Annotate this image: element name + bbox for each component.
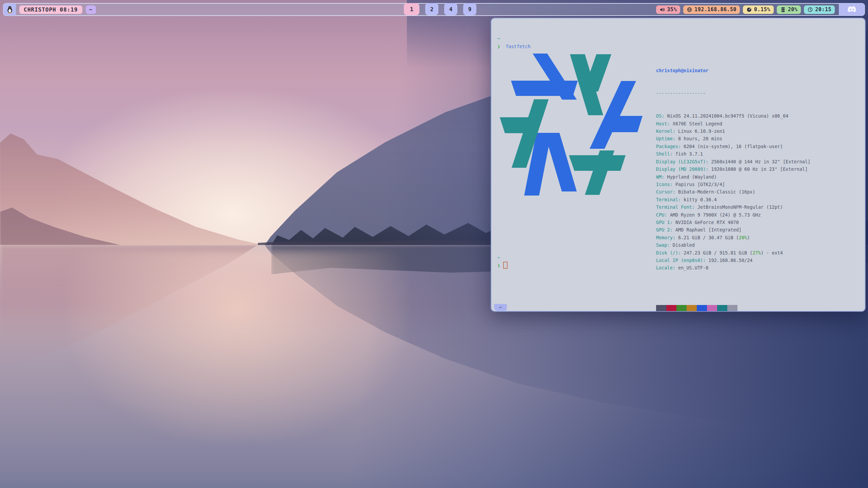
fastfetch-entry: Host: X670E Steel Legend xyxy=(656,120,810,127)
workspace-button-2[interactable]: 2 xyxy=(425,3,438,15)
fastfetch-entry: Memory: 6.21 GiB / 30.47 GiB (20%) xyxy=(656,234,810,241)
workspace-button-9[interactable]: 9 xyxy=(463,3,476,15)
terminal-cursor xyxy=(503,262,508,269)
fastfetch-entry: GPU 2: AMD Raphael [Integrated] xyxy=(656,226,810,233)
fastfetch-separator: ------------------ xyxy=(656,89,810,97)
discord-icon xyxy=(847,6,856,13)
top-bar: CHRISTOPH 08:19 ~ 1249 35%192.168.86.500… xyxy=(0,0,868,18)
desktop: CHRISTOPH 08:19 ~ 1249 35%192.168.86.500… xyxy=(0,0,868,488)
bar-modules: 35%192.168.86.500.15%20%20:15 xyxy=(653,4,864,15)
active-window-pill[interactable]: ~ xyxy=(86,5,96,14)
terminal-tab-bar: ~ xyxy=(491,303,865,311)
fastfetch-entry: Swap: Disabled xyxy=(656,241,810,249)
fastfetch-output: christoph@nixinator ------------------ O… xyxy=(656,52,810,312)
prompt-line-2: ❯ xyxy=(497,262,508,269)
bar-frame: CHRISTOPH 08:19 ~ 1249 35%192.168.86.500… xyxy=(3,3,865,16)
fastfetch-entry: Terminal: kitty 0.36.4 xyxy=(656,196,810,203)
gauge-icon xyxy=(746,7,752,13)
fastfetch-entry: WM: Hyprland (Wayland) xyxy=(656,173,810,181)
fastfetch-entry: Cursor: Bibata-Modern-Classic (16px) xyxy=(656,188,810,196)
terminal-window[interactable]: ~ ❯ fastfetch christoph@nixinator ------… xyxy=(491,18,866,312)
volume-module[interactable]: 35% xyxy=(656,5,680,14)
nixos-logo xyxy=(492,48,648,201)
volume-icon xyxy=(659,7,665,13)
network-ip-module[interactable]: 192.168.86.50 xyxy=(683,5,740,14)
fastfetch-entry: Icons: Papirus [GTK2/3/4] xyxy=(656,181,810,188)
workspace-switcher: 1249 xyxy=(404,3,476,15)
fastfetch-entry: GPU 1: NVIDIA GeForce RTX 4070 xyxy=(656,219,810,226)
memory-module[interactable]: 20% xyxy=(777,5,801,14)
tux-icon xyxy=(6,5,13,14)
fastfetch-entry: Uptime: 8 hours, 20 mins xyxy=(656,135,810,142)
tray-discord-button[interactable] xyxy=(839,3,865,16)
prompt-path-line: ~ xyxy=(497,35,500,42)
fastfetch-entry: Shell: fish 3.7.1 xyxy=(656,150,810,158)
fastfetch-entry: Terminal Font: JetBrainsMonoNFM-Regular … xyxy=(656,203,810,211)
clock-icon xyxy=(807,7,813,13)
cpu-load-module[interactable]: 0.15% xyxy=(743,5,774,14)
fastfetch-entry: Packages: 6204 (nix-system), 16 (flatpak… xyxy=(656,143,810,150)
module-value: 20% xyxy=(788,6,798,13)
globe-icon xyxy=(687,7,692,13)
workspace-button-4[interactable]: 4 xyxy=(444,3,457,15)
fastfetch-entry: OS: NixOS 24.11.20241004.bc947f5 (Vicuna… xyxy=(656,112,810,120)
fastfetch-title: christoph@nixinator xyxy=(656,67,810,74)
database-icon xyxy=(780,7,786,13)
prompt-path-line-2: ~ xyxy=(497,254,500,261)
fastfetch-entry: Kernel: Linux 6.10.9-zen1 xyxy=(656,127,810,135)
fastfetch-entry: Display (MD 20889): 1920x1080 @ 60 Hz in… xyxy=(656,165,810,173)
fastfetch-entry: Locale: en_US.UTF-8 xyxy=(656,264,810,271)
fastfetch-entry: CPU: AMD Ryzen 9 7900X (24) @ 5.73 GHz xyxy=(656,211,810,219)
fastfetch-entry: Local IP (enp8s0): 192.168.86.50/24 xyxy=(656,257,810,264)
clock-module[interactable]: 20:15 xyxy=(804,5,835,14)
user-clock-pill[interactable]: CHRISTOPH 08:19 xyxy=(19,5,82,14)
module-value: 192.168.86.50 xyxy=(694,6,736,13)
module-value: 0.15% xyxy=(754,6,770,13)
launcher-button[interactable] xyxy=(3,3,16,16)
module-value: 35% xyxy=(667,6,677,13)
fastfetch-entry: Display (LC32G5xT): 868x488 @ 144 Hz i… xyxy=(656,158,810,165)
fastfetch-entry: Disk (/): 247.23 GiB / 915.81 GiB (27%) … xyxy=(656,249,810,257)
module-value: 20:15 xyxy=(815,6,831,13)
workspace-button-1[interactable]: 1 xyxy=(404,3,419,15)
terminal-tab[interactable]: ~ xyxy=(494,304,507,311)
